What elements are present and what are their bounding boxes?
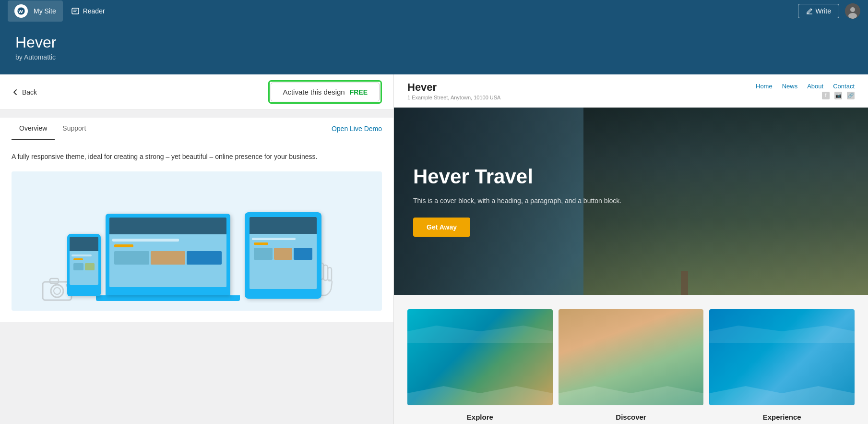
- theme-header: Hever by Automattic: [0, 22, 868, 74]
- tab-overview[interactable]: Overview: [12, 118, 55, 140]
- nav-right: Write: [798, 3, 860, 19]
- laptop-container: [96, 214, 240, 301]
- preview-site-name: Hever: [407, 81, 500, 94]
- tab-support[interactable]: Support: [55, 118, 94, 140]
- hero-content: Hever Travel This is a cover block, with…: [413, 166, 621, 237]
- write-icon: [806, 8, 813, 14]
- svg-rect-14: [323, 265, 328, 280]
- theme-description: A fully responsive theme, ideal for crea…: [12, 152, 382, 162]
- gallery-item-explore: [407, 309, 553, 405]
- wave-decor-2: [407, 324, 553, 343]
- left-panel: Back Activate this design FREE Overview …: [0, 74, 393, 424]
- facebook-icon: f: [822, 92, 830, 99]
- user-avatar[interactable]: [845, 3, 860, 19]
- mysite-label: My Site: [34, 7, 56, 15]
- svg-rect-15: [328, 267, 332, 281]
- avatar-icon: [845, 3, 860, 19]
- nav-mysite[interactable]: W My Site: [8, 0, 63, 22]
- activate-button[interactable]: Activate this design FREE: [271, 83, 380, 101]
- misc-icon: 🔗: [847, 92, 855, 99]
- tab-support-label: Support: [62, 124, 86, 132]
- device-tablet: [245, 212, 321, 299]
- svg-text:W: W: [19, 9, 24, 14]
- preview-social-icons: f 📷 🔗: [756, 92, 855, 99]
- device-laptop: [106, 214, 230, 295]
- top-navigation: W My Site Reader Write: [0, 0, 868, 22]
- hero-title: Hever Travel: [413, 166, 621, 188]
- activate-label: Activate this design: [283, 88, 345, 96]
- gallery-grid: [407, 309, 855, 405]
- hero-person-figure: [681, 271, 688, 295]
- open-demo-link[interactable]: Open Live Demo: [332, 125, 382, 133]
- svg-rect-2: [72, 8, 79, 14]
- wave-decor-5: [709, 324, 855, 343]
- svg-point-10: [54, 288, 60, 294]
- gallery-item-discover: [559, 309, 704, 405]
- preview-site-header: Hever 1 Example Street, Anytown, 10100 U…: [394, 74, 868, 108]
- gallery-caption-experience: Experience: [709, 413, 855, 421]
- wp-logo-icon: W: [14, 4, 28, 18]
- svg-point-7: [848, 13, 857, 19]
- tab-overview-label: Overview: [19, 124, 47, 132]
- instagram-icon: 📷: [834, 92, 842, 99]
- free-badge: FREE: [350, 88, 368, 96]
- gallery-caption-explore: Explore: [407, 413, 553, 421]
- nav-reader[interactable]: Reader: [65, 3, 112, 19]
- preview-nav-contact[interactable]: Contact: [833, 83, 855, 90]
- wave-decor-4: [709, 381, 855, 405]
- preview-gallery: Explore Discover Experience: [394, 295, 868, 424]
- reader-label: Reader: [83, 7, 105, 15]
- write-label: Write: [816, 7, 831, 15]
- back-arrow-icon: [12, 88, 19, 96]
- gallery-captions: Explore Discover Experience: [407, 413, 855, 424]
- back-label: Back: [22, 88, 37, 96]
- hero-cta-button[interactable]: Get Away: [413, 218, 470, 237]
- preview-nav-about[interactable]: About: [807, 83, 823, 90]
- preview-site-info: Hever 1 Example Street, Anytown, 10100 U…: [407, 81, 500, 100]
- hero-subtitle: This is a cover block, with a heading, a…: [413, 195, 621, 206]
- theme-title: Hever: [15, 34, 853, 51]
- action-bar: Back Activate this design FREE: [0, 74, 393, 110]
- reader-icon: [71, 7, 79, 15]
- theme-author: by Automattic: [15, 53, 853, 61]
- preview-nav-home[interactable]: Home: [756, 83, 773, 90]
- device-phone: [67, 234, 101, 296]
- preview-nav-area: Home News About Contact f 📷 🔗: [756, 83, 855, 99]
- phone-screen: [70, 237, 98, 285]
- right-panel: Hever 1 Example Street, Anytown, 10100 U…: [393, 74, 868, 424]
- preview-hero: Hever Travel This is a cover block, with…: [394, 108, 868, 295]
- wave-decor-3: [559, 381, 704, 405]
- back-button[interactable]: Back: [12, 88, 37, 96]
- preview-nav-news[interactable]: News: [782, 83, 798, 90]
- preview-nav: Home News About Contact: [756, 83, 855, 90]
- tablet-screen: [250, 217, 317, 289]
- main-layout: Back Activate this design FREE Overview …: [0, 74, 868, 424]
- nav-left: W My Site Reader: [8, 0, 112, 22]
- svg-point-6: [850, 7, 855, 12]
- tabs-bar: Overview Support Open Live Demo: [0, 118, 393, 140]
- svg-point-9: [51, 285, 63, 297]
- wave-decor-1: [407, 381, 553, 405]
- gallery-caption-discover: Discover: [559, 413, 704, 421]
- content-area: A fully responsive theme, ideal for crea…: [0, 140, 393, 322]
- preview-site-address: 1 Example Street, Anytown, 10100 USA: [407, 95, 500, 100]
- activate-button-wrapper: Activate this design FREE: [268, 80, 382, 104]
- write-button[interactable]: Write: [798, 4, 839, 18]
- tabs-left: Overview Support: [12, 118, 94, 140]
- gallery-item-experience: [709, 309, 855, 405]
- laptop-screen: [109, 218, 226, 287]
- laptop-base: [96, 295, 240, 301]
- devices-container: [12, 171, 382, 311]
- theme-preview-image: [12, 171, 382, 311]
